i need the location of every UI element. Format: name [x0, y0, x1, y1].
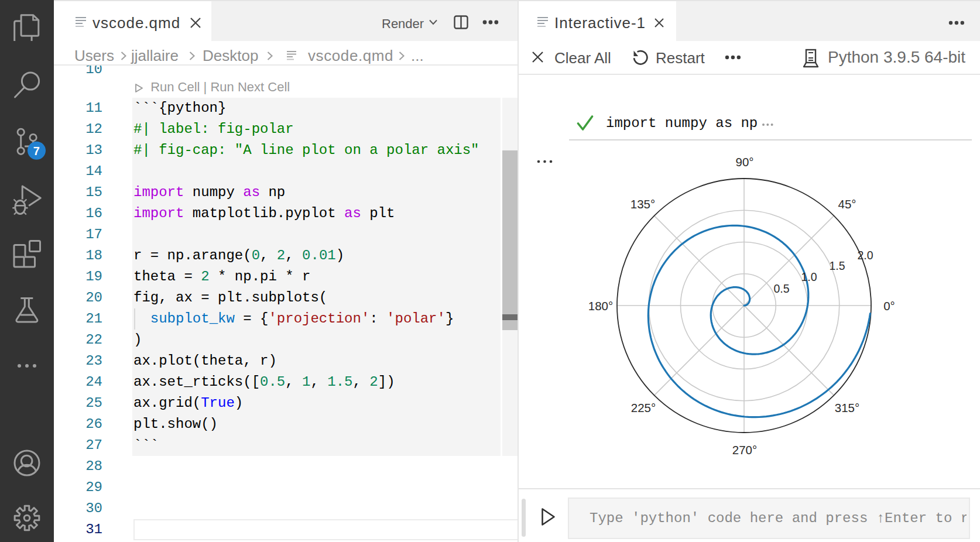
svg-text:270°: 270°: [732, 443, 757, 457]
svg-text:90°: 90°: [735, 155, 753, 169]
svg-text:225°: 225°: [631, 401, 656, 414]
svg-text:180°: 180°: [588, 299, 613, 313]
svg-text:45°: 45°: [838, 197, 856, 211]
svg-text:7: 7: [33, 145, 40, 157]
svg-text:1.0: 1.0: [801, 270, 817, 283]
svg-text:135°: 135°: [631, 197, 655, 211]
svg-text:0.5: 0.5: [773, 282, 789, 295]
svg-text:2.0: 2.0: [857, 249, 873, 262]
svg-text:0°: 0°: [883, 299, 895, 313]
svg-text:1.5: 1.5: [829, 259, 845, 272]
svg-text:315°: 315°: [835, 401, 859, 414]
